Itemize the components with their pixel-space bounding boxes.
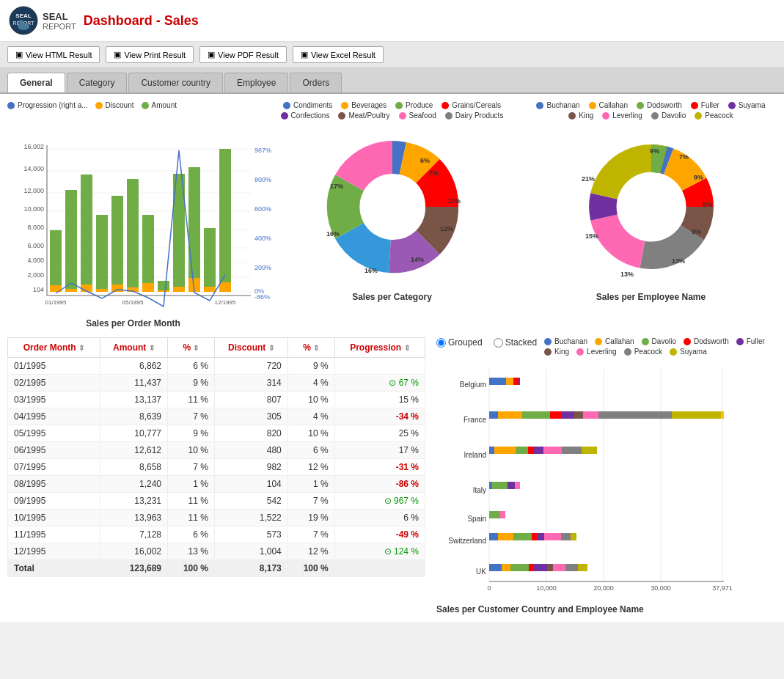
svg-rect-124 bbox=[534, 564, 547, 571]
tab-customer-country[interactable]: Customer country bbox=[128, 73, 223, 92]
charts-row: Progression (right a... Discount Amount … bbox=[7, 101, 777, 329]
svg-text:8,000: 8,000 bbox=[27, 224, 44, 231]
svg-text:12%: 12% bbox=[440, 225, 453, 232]
stacked-radio[interactable] bbox=[494, 338, 503, 348]
svg-point-4 bbox=[19, 20, 23, 24]
svg-rect-51 bbox=[204, 287, 216, 292]
svg-rect-31 bbox=[81, 175, 92, 292]
table-row: 10/1995 13,963 11 % 1,522 19 % 6 % bbox=[8, 510, 425, 526]
col-progression[interactable]: Progression ⇕ bbox=[334, 338, 425, 358]
chart2-container: Condiments Beverages Produce Grains/Cere… bbox=[266, 101, 518, 329]
svg-point-65 bbox=[618, 173, 685, 241]
sales-table: Order Month ⇕ Amount ⇕ % ⇕ Discount bbox=[7, 337, 425, 577]
svg-text:05/1995: 05/1995 bbox=[122, 299, 143, 306]
view-print-button[interactable]: ▣ View Print Result bbox=[106, 46, 194, 63]
svg-text:6,000: 6,000 bbox=[27, 242, 44, 249]
svg-text:9%: 9% bbox=[703, 201, 712, 208]
table-row: 12/1995 16,002 13 % 1,004 12 % ⊙ 124 % bbox=[8, 543, 425, 560]
category-donut-chart: 6% 7% 12% 12% 14% 16% 16% 17% bbox=[304, 122, 480, 284]
svg-text:12/1995: 12/1995 bbox=[214, 299, 235, 306]
svg-rect-128 bbox=[578, 564, 587, 571]
col-order-month[interactable]: Order Month ⇕ bbox=[8, 338, 100, 358]
chart2-title: Sales per Category bbox=[266, 292, 518, 302]
toolbar: ▣ View HTML Result ▣ View Print Result ▣… bbox=[0, 42, 784, 68]
pdf-icon: ▣ bbox=[208, 50, 215, 59]
svg-rect-95 bbox=[598, 411, 672, 419]
svg-text:01/1995: 01/1995 bbox=[45, 299, 66, 306]
app-title: Dashboard - Sales bbox=[84, 13, 199, 29]
svg-text:37,971: 37,971 bbox=[712, 584, 733, 592]
chart3-legend: Buchanan Callahan Dodsworth Fuller Suyam… bbox=[525, 101, 777, 120]
employee-donut-slices bbox=[589, 144, 714, 269]
donut-hole bbox=[360, 175, 425, 239]
svg-rect-35 bbox=[142, 215, 154, 292]
svg-rect-122 bbox=[510, 564, 529, 571]
svg-rect-121 bbox=[502, 564, 510, 571]
tab-employee[interactable]: Employee bbox=[224, 73, 288, 92]
svg-rect-116 bbox=[537, 533, 544, 540]
stacked-option[interactable]: Stacked bbox=[494, 337, 537, 348]
excel-icon: ▣ bbox=[301, 50, 308, 59]
view-pdf-button[interactable]: ▣ View PDF Result bbox=[199, 46, 287, 63]
svg-rect-96 bbox=[672, 411, 721, 419]
svg-rect-44 bbox=[96, 289, 108, 292]
label-italy: Italy bbox=[473, 486, 486, 494]
chart3-title: Sales per Employee Name bbox=[525, 292, 777, 302]
svg-rect-100 bbox=[516, 447, 528, 454]
table-row: 09/1995 13,231 11 % 542 7 % ⊙ 967 % bbox=[8, 493, 425, 510]
bar-line-chart: 16,002 14,000 12,000 10,000 8,000 6,000 … bbox=[9, 112, 258, 310]
legend-amount: Amount bbox=[142, 101, 177, 109]
tab-orders[interactable]: Orders bbox=[290, 73, 342, 92]
tab-general[interactable]: General bbox=[7, 73, 65, 92]
svg-text:7%: 7% bbox=[679, 153, 689, 161]
view-html-button[interactable]: ▣ View HTML Result bbox=[7, 46, 100, 63]
svg-point-3 bbox=[18, 23, 29, 30]
grouped-radio[interactable] bbox=[436, 338, 446, 348]
svg-rect-102 bbox=[534, 447, 543, 454]
svg-rect-127 bbox=[565, 564, 578, 571]
svg-rect-48 bbox=[158, 290, 169, 292]
sort-discount-icon: ⇕ bbox=[268, 344, 274, 352]
table-row: 05/1995 10,777 9 % 820 10 % 25 % bbox=[8, 425, 425, 442]
svg-rect-42 bbox=[65, 289, 77, 292]
bottom-row: Order Month ⇕ Amount ⇕ % ⇕ Discount bbox=[7, 337, 777, 614]
col-discount[interactable]: Discount ⇕ bbox=[214, 338, 287, 358]
svg-rect-38 bbox=[188, 167, 200, 292]
total-row: Total 123,689 100 % 8,173 100 % bbox=[8, 560, 425, 577]
main-content: Progression (right a... Discount Amount … bbox=[0, 94, 784, 622]
col-disc-pct[interactable]: % ⇕ bbox=[287, 338, 334, 358]
col-amount[interactable]: Amount ⇕ bbox=[100, 338, 167, 358]
discount-dot bbox=[95, 102, 103, 109]
sort-order-month-icon: ⇕ bbox=[78, 344, 84, 352]
table-row: 02/1995 11,437 9 % 314 4 % ⊙ 67 % bbox=[8, 375, 425, 392]
svg-text:14,000: 14,000 bbox=[23, 165, 44, 172]
svg-rect-99 bbox=[494, 447, 516, 454]
grouped-option[interactable]: Grouped bbox=[436, 337, 483, 348]
svg-rect-36 bbox=[158, 281, 169, 292]
bottom-chart-legend: Buchanan Callahan Davolio Dodsworth Full… bbox=[544, 337, 777, 356]
label-6pct: 6% bbox=[420, 157, 430, 164]
donut-slices bbox=[326, 141, 458, 273]
chart1-legend: Progression (right a... Discount Amount bbox=[7, 101, 259, 109]
logo-icon: SEAL REPORT bbox=[9, 6, 38, 35]
table-body: 01/1995 6,862 6 % 720 9 % 02/1995 11,437… bbox=[8, 358, 425, 560]
table-row: 08/1995 1,240 1 % 104 1 % -86 % bbox=[8, 476, 425, 493]
legend-progression: Progression (right a... bbox=[7, 101, 88, 109]
svg-text:4,000: 4,000 bbox=[27, 257, 44, 264]
col-amount-pct[interactable]: % ⇕ bbox=[168, 338, 215, 358]
svg-text:17%: 17% bbox=[330, 183, 343, 190]
svg-rect-113 bbox=[498, 533, 513, 540]
label-spain: Spain bbox=[467, 515, 486, 523]
chart3-container: Buchanan Callahan Dodsworth Fuller Suyam… bbox=[525, 101, 777, 329]
sort-amount-icon: ⇕ bbox=[149, 344, 155, 352]
svg-text:9%: 9% bbox=[650, 147, 659, 155]
svg-text:16%: 16% bbox=[326, 230, 340, 238]
svg-rect-119 bbox=[571, 533, 576, 540]
svg-rect-114 bbox=[513, 533, 532, 540]
svg-rect-97 bbox=[721, 411, 724, 419]
tab-category[interactable]: Category bbox=[67, 73, 128, 92]
view-excel-button[interactable]: ▣ View Excel Result bbox=[293, 46, 384, 63]
label-ireland: Ireland bbox=[464, 451, 486, 459]
logo-report: REPORT bbox=[43, 22, 76, 31]
svg-rect-34 bbox=[127, 179, 139, 292]
